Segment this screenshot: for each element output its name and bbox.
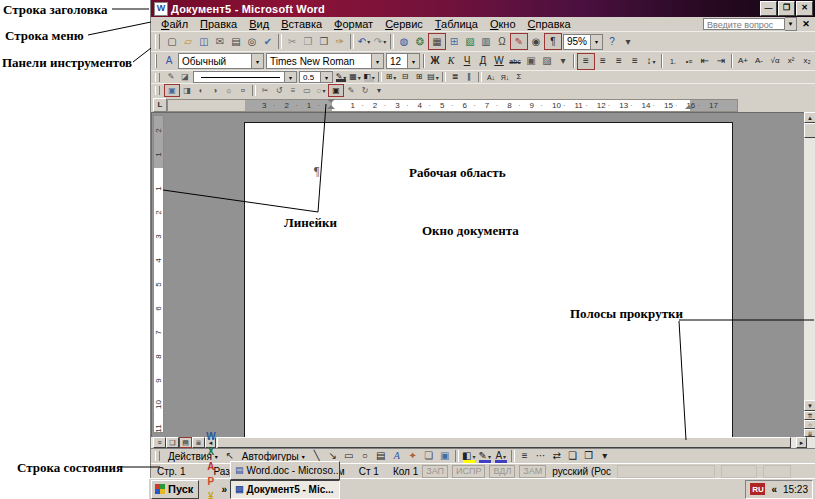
- language-indicator[interactable]: RU: [750, 483, 765, 495]
- superscript-icon[interactable]: x²: [783, 54, 799, 69]
- status-toggle-ЗАМ[interactable]: ЗАМ: [519, 465, 546, 478]
- sort-ascending-icon[interactable]: А↓: [484, 72, 498, 83]
- diagram-icon[interactable]: ✦: [405, 449, 421, 464]
- equation-icon[interactable]: √α: [767, 54, 783, 69]
- subscript-icon[interactable]: x₂: [799, 54, 815, 69]
- autosum-icon[interactable]: Σ: [512, 72, 526, 83]
- merge-cells-icon[interactable]: ⊟: [398, 72, 412, 83]
- scroll-down-icon[interactable]: ▼: [804, 400, 815, 411]
- insert-table-icon[interactable]: ⊞: [446, 34, 462, 49]
- restore-button[interactable]: ❐: [778, 1, 795, 16]
- ask-question-dropdown-icon[interactable]: ▾: [785, 17, 797, 31]
- bold-icon[interactable]: Ж: [427, 54, 443, 69]
- less-brightness-icon[interactable]: ¤: [236, 85, 250, 96]
- threed-style-icon[interactable]: ❒: [581, 449, 597, 464]
- less-contrast-icon[interactable]: ◑: [208, 85, 222, 96]
- line-weight-combo[interactable]: 0.5▾: [299, 71, 333, 83]
- next-page-icon[interactable]: ⇊: [804, 429, 815, 437]
- ask-question-input[interactable]: Введите вопрос: [703, 18, 785, 30]
- wordart-icon[interactable]: А: [389, 449, 405, 464]
- shadow-style-icon[interactable]: ❑: [565, 449, 581, 464]
- split-cells-icon[interactable]: ⊞: [412, 72, 426, 83]
- cut-icon[interactable]: ✂: [284, 34, 300, 49]
- scroll-up-icon[interactable]: ▲: [804, 112, 815, 123]
- insert-picture-icon[interactable]: ▣: [164, 84, 180, 97]
- align-left-icon[interactable]: ≡: [577, 53, 595, 70]
- reset-picture-icon[interactable]: ↻: [358, 85, 372, 96]
- underline-icon[interactable]: Ч: [459, 54, 475, 69]
- insert-symbol-icon[interactable]: Ω: [494, 34, 510, 49]
- insert-excel-icon[interactable]: ▧: [462, 34, 478, 49]
- toolbar-grip[interactable]: [155, 34, 160, 48]
- acrobat-icon[interactable]: A: [203, 459, 218, 474]
- minimize-button[interactable]: —: [760, 1, 777, 16]
- distribute-rows-icon[interactable]: ≣: [448, 72, 462, 83]
- tray-expand-icon[interactable]: «: [771, 484, 777, 495]
- line-weight-combo-arrow-icon[interactable]: ▾: [320, 72, 332, 82]
- picture-line-style-icon[interactable]: ≡: [286, 85, 300, 96]
- character-shading-icon[interactable]: ▨: [539, 54, 555, 69]
- horizontal-ruler[interactable]: L 3·2·1·1·2·3·4·5·6·7·8·9·10·11·12·13·14…: [151, 97, 815, 112]
- menu-item-4[interactable]: Формат: [328, 18, 379, 30]
- start-button[interactable]: Пуск: [151, 480, 199, 499]
- paste-icon[interactable]: ❒: [316, 34, 332, 49]
- vertical-scroll-thumb[interactable]: [804, 123, 815, 138]
- drawing-font-color-icon[interactable]: А▾: [493, 449, 509, 464]
- hanging-indent-marker[interactable]: [327, 105, 335, 109]
- menu-item-0[interactable]: Файл: [155, 18, 194, 30]
- horizontal-scroll-thumb[interactable]: [217, 437, 791, 448]
- insert-table-menu-icon[interactable]: ⊞▾: [384, 72, 398, 83]
- word-underline-icon[interactable]: W: [491, 54, 507, 69]
- insert-hyperlink-icon[interactable]: ◍: [396, 34, 412, 49]
- status-toggle-ИСПР[interactable]: ИСПР: [452, 465, 485, 478]
- menu-item-8[interactable]: Справка: [522, 18, 577, 30]
- menu-item-6[interactable]: Таблица: [429, 18, 484, 30]
- open-icon[interactable]: ▱: [180, 34, 196, 49]
- font-size-combo-arrow-icon[interactable]: ▾: [407, 54, 419, 68]
- previous-page-icon[interactable]: ⇈: [804, 411, 815, 420]
- shrink-font-icon[interactable]: А-: [751, 54, 767, 69]
- character-border-icon[interactable]: ▣: [523, 54, 539, 69]
- clip-art-icon[interactable]: ❏: [421, 449, 437, 464]
- save-icon[interactable]: ◫: [196, 34, 212, 49]
- horizontal-scrollbar[interactable]: ≡❏▤≣ ◂ ▸: [151, 437, 815, 448]
- text-box-icon[interactable]: ▤: [373, 449, 389, 464]
- distribute-columns-icon[interactable]: ∥: [462, 72, 476, 83]
- zoom-combo[interactable]: 95%▾: [563, 34, 603, 50]
- web-toolbar-icon[interactable]: ❂: [412, 34, 428, 49]
- close-document-icon[interactable]: ✕: [799, 18, 813, 30]
- shading-color-icon[interactable]: ◧▾: [362, 72, 376, 83]
- italic-icon[interactable]: К: [443, 54, 459, 69]
- print-icon[interactable]: ▤: [228, 34, 244, 49]
- numbering-icon[interactable]: 1.: [665, 54, 681, 69]
- dash-style-icon[interactable]: ⋯: [533, 449, 549, 464]
- align-right-icon[interactable]: ≡: [611, 54, 627, 69]
- cell-alignment-icon[interactable]: ▤▾: [426, 72, 440, 83]
- line-style-combo-arrow-icon[interactable]: ▾: [284, 72, 296, 82]
- oval-icon[interactable]: ○: [357, 449, 373, 464]
- redo-icon[interactable]: ↷▾: [372, 34, 388, 49]
- increase-indent-icon[interactable]: ⇥: [713, 54, 729, 69]
- undo-icon[interactable]: ↶▾: [356, 34, 372, 49]
- font-combo[interactable]: Times New Roman▾: [266, 53, 384, 69]
- fill-color-icon[interactable]: ◧▾: [461, 449, 477, 464]
- menu-item-2[interactable]: Вид: [243, 18, 275, 30]
- excel-icon[interactable]: X: [203, 444, 218, 459]
- rotate-left-icon[interactable]: ↺: [272, 85, 286, 96]
- close-button[interactable]: ✕: [796, 1, 813, 16]
- columns-icon[interactable]: ▥: [478, 34, 494, 49]
- toolbar-grip[interactable]: [155, 86, 160, 96]
- more-brightness-icon[interactable]: ☼: [222, 85, 236, 96]
- web-layout-view-icon[interactable]: ❏: [166, 437, 179, 448]
- status-toggle-ВДЛ[interactable]: ВДЛ: [489, 465, 515, 478]
- drawing-icon[interactable]: ✎: [510, 33, 528, 50]
- justify-icon[interactable]: ≡: [627, 54, 643, 69]
- mail-icon[interactable]: ✉: [212, 34, 228, 49]
- vertical-ruler[interactable]: 211234567891011: [153, 115, 164, 433]
- outside-border-icon[interactable]: ▦▾: [348, 72, 362, 83]
- powerpoint-icon[interactable]: P: [203, 474, 218, 489]
- document-area[interactable]: 211234567891011 ¶: [151, 112, 815, 437]
- picture-icon[interactable]: ▣: [437, 449, 453, 464]
- border-color-icon[interactable]: ✎▾: [334, 72, 348, 83]
- menu-item-3[interactable]: Вставка: [275, 18, 328, 30]
